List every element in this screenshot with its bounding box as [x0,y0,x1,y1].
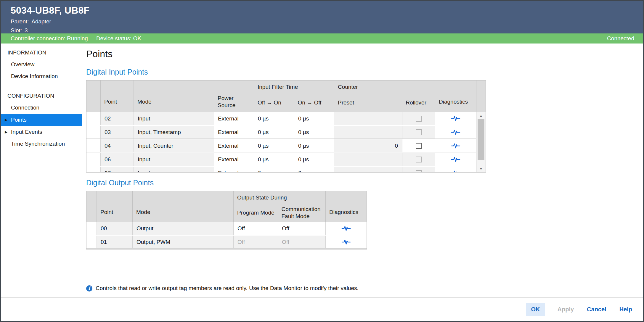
on-to-off-filter-cell[interactable]: 0 µs [294,139,334,152]
diagnostics-waveform-icon[interactable] [341,225,351,232]
expand-arrow-icon[interactable]: ▶ [5,117,7,123]
status-bar: Controller connection: Running Device st… [1,33,643,44]
program-mode-cell[interactable]: Off [234,222,278,235]
info-icon: i [86,285,92,292]
info-note-row: i Controls that read or write output tag… [86,285,643,292]
column-header-diagnostics: Diagnostics [326,191,367,222]
output-table-row: 00 Output Off Off [86,222,367,235]
column-header-mode: Mode [133,191,234,222]
diagnostics-waveform-icon[interactable] [451,142,460,149]
sidebar-item-overview[interactable]: Overview [1,59,82,70]
page-title: Points [86,48,643,59]
row-selector-cell[interactable] [86,167,101,172]
ok-button[interactable]: OK [526,303,545,316]
sidebar-section-configuration: CONFIGURATION Connection ▶ Points ▶ Inpu… [1,90,82,150]
scroll-up-button[interactable]: ▲ [476,114,486,118]
device-status: Device status: OK [96,35,141,42]
diagnostics-waveform-icon[interactable] [451,170,460,173]
row-selector-cell[interactable] [86,126,101,139]
group-label-output-state-during: Output State During [234,191,325,204]
point-cell: 04 [101,139,134,152]
mode-cell[interactable]: Input, Timestamp [134,126,214,139]
mode-cell[interactable]: Input, Counter [134,139,214,152]
preset-cell[interactable]: 0 [334,139,402,152]
mode-cell[interactable]: Input [134,112,214,125]
diagnostics-waveform-icon[interactable] [451,129,460,136]
scrollbar-track[interactable]: ▲ ▼ [476,112,486,172]
off-to-on-filter-cell[interactable]: 0 µs [254,139,294,152]
row-selector-cell[interactable] [86,153,101,166]
help-button[interactable]: Help [619,303,633,316]
sidebar-item-points[interactable]: ▶ Points [1,114,82,126]
footer-button-bar: OK Apply Cancel Help [1,297,643,321]
rollover-checkbox [416,129,422,135]
cancel-button[interactable]: Cancel [586,303,607,316]
rollover-checkbox [416,157,422,162]
off-to-on-filter-cell[interactable]: 0 µs [254,126,294,139]
sidebar-section-information: INFORMATION Overview Device Information [1,47,82,82]
scroll-down-button[interactable]: ▼ [476,167,486,171]
row-selector-cell[interactable] [86,236,97,248]
mode-cell[interactable]: Output, PWM [133,236,234,248]
column-header-point: Point [97,191,133,222]
input-table-scrollbar[interactable]: ▲ ▼ [476,80,486,172]
scroll-thumb[interactable] [478,119,484,160]
sidebar-item-label: Connection [11,104,39,111]
diagnostics-cell [435,167,476,172]
column-header-power-source: Power Source [214,80,254,112]
point-cell: 06 [101,153,134,166]
point-cell: 07 [101,167,134,172]
group-label-counter: Counter [334,80,435,93]
sidebar-section-label: INFORMATION [1,47,82,59]
sidebar-item-label: Device Information [11,73,58,79]
sidebar-item-time-synchronization[interactable]: Time Synchronization [1,138,82,150]
rollover-checkbox [416,116,422,122]
sidebar-item-label: Points [11,117,27,123]
row-selector-cell[interactable] [86,139,101,152]
preset-cell [334,153,402,166]
sidebar-item-device-information[interactable]: Device Information [1,70,82,82]
program-mode-cell: Off [234,236,278,248]
power-source-cell[interactable]: External [214,139,254,152]
on-to-off-filter-cell[interactable]: 0 µs [294,112,334,125]
connection-state: Connected [607,35,634,42]
scrollbar-header-spacer [476,80,486,112]
main-panel: Points Digital Input Points Point Mode P… [82,44,643,297]
on-to-off-filter-cell[interactable]: 0 µs [294,126,334,139]
apply-button[interactable]: Apply [557,303,575,316]
input-table-header: Point Mode Power Source Input Filter Tim… [86,80,476,112]
communication-fault-mode-cell: Off [278,236,326,248]
off-to-on-filter-cell[interactable]: 0 µs [254,153,294,166]
sidebar-item-input-events[interactable]: ▶ Input Events [1,126,82,138]
info-note: Controls that read or write output tag m… [96,285,359,292]
diagnostics-cell [326,236,367,248]
expand-arrow-icon[interactable]: ▶ [5,129,7,135]
power-source-cell[interactable]: External [214,126,254,139]
on-to-off-filter-cell[interactable]: 0 µs [294,153,334,166]
power-source-cell[interactable]: External [214,112,254,125]
power-source-cell[interactable]: External [214,153,254,166]
digital-input-points-heading: Digital Input Points [86,67,643,76]
diagnostics-waveform-icon[interactable] [451,156,460,163]
digital-output-points-heading: Digital Output Points [86,178,643,187]
power-source-cell[interactable]: External [214,167,254,172]
input-table-row: 06 Input External 0 µs 0 µs [86,153,476,166]
rollover-checkbox[interactable] [416,143,422,149]
module-properties-window: 5034-UB8F, UB8F Parent: Adapter Slot: 3 … [0,0,644,322]
row-selector-cell[interactable] [86,112,101,125]
mode-cell[interactable]: Input [134,153,214,166]
mode-cell[interactable]: Input [134,167,214,172]
preset-cell [334,167,402,172]
diagnostics-waveform-icon[interactable] [341,239,351,246]
row-selector-cell[interactable] [86,222,97,235]
off-to-on-filter-cell[interactable]: 0 µs [254,167,294,172]
communication-fault-mode-cell[interactable]: Off [278,222,326,235]
sidebar-item-connection[interactable]: Connection [1,102,82,114]
off-to-on-filter-cell[interactable]: 0 µs [254,112,294,125]
mode-cell[interactable]: Output [133,222,234,235]
on-to-off-filter-cell[interactable]: 0 µs [294,167,334,172]
parent-line: Parent: Adapter [11,18,634,25]
sidebar-item-label: Time Synchronization [11,141,65,147]
input-table-row: 07 Input External 0 µs 0 µs [86,167,476,172]
diagnostics-waveform-icon[interactable] [451,115,460,122]
